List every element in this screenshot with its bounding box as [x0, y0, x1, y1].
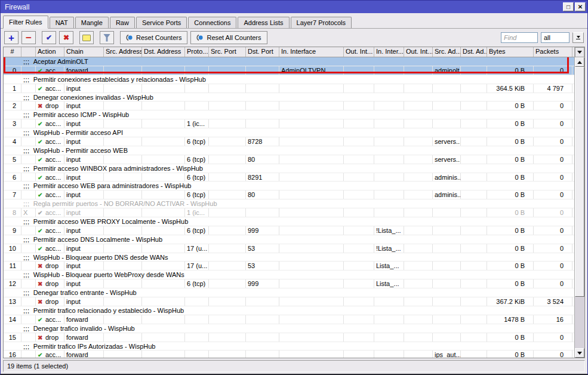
rule-row-15[interactable]: 15✖dropforward0 B0: [4, 333, 574, 342]
reset-counters-button[interactable]: Reset Counters: [120, 31, 187, 44]
cell-src_address: [104, 137, 142, 146]
cell-bytes: 0 B: [487, 173, 534, 182]
chain-filter-dropdown-button[interactable]: [572, 32, 584, 43]
cell-chain: input: [64, 119, 104, 128]
reset-all-counters-button[interactable]: Reset All Counters: [190, 31, 267, 44]
column-header-action[interactable]: Action: [36, 47, 64, 57]
column-header-dst_address[interactable]: Dst. Address: [142, 47, 185, 57]
comment-marker: ;;;: [23, 217, 30, 226]
find-input[interactable]: [501, 32, 538, 43]
scroll-down-button[interactable]: [575, 348, 584, 358]
comment-row[interactable]: ;;;Denegar trafico invalido - WispHub: [4, 324, 574, 333]
comment-row[interactable]: ;;;Regla permitir puertos - NO BORRAR/NO…: [4, 199, 574, 208]
enable-rule-button[interactable]: ✔: [42, 31, 56, 44]
cell-num: 16: [4, 351, 21, 358]
remove-rule-button[interactable]: −: [21, 31, 36, 44]
comment-row[interactable]: ;;;WispHub - Permitir acceso API: [4, 128, 574, 137]
column-header-src_port[interactable]: Src. Port: [209, 47, 246, 57]
cell-num: 0: [4, 66, 21, 75]
cell-flag: [21, 297, 36, 306]
comment-marker: ;;;: [23, 235, 30, 244]
comment-button[interactable]: [79, 31, 94, 44]
title-bar[interactable]: Firewall □ ✕: [1, 1, 587, 13]
comment-row[interactable]: ;;;Permitir acceso WEB PROXY Localmente …: [4, 217, 574, 226]
column-header-bytes[interactable]: Bytes: [487, 47, 534, 57]
comment-text: WispHub - Bloquear puerto DNS desde WANs: [33, 253, 168, 262]
comment-row[interactable]: ;;;Denegar trafico entrante - WispHub: [4, 288, 574, 297]
comment-row[interactable]: ;;;Aceptar AdminOLT: [4, 57, 574, 66]
add-rule-button[interactable]: +: [4, 31, 19, 44]
cell-src_address: [104, 119, 142, 128]
rule-row-7[interactable]: 7✔acc...input6 (tcp)80adminis...0 B0: [4, 190, 574, 199]
rule-row-9[interactable]: 9✔acc...input6 (tcp)999!Lista_...0 B0: [4, 226, 574, 235]
chain-filter-value: all: [544, 34, 550, 41]
filter-button[interactable]: [100, 31, 114, 44]
cell-packets: 0: [534, 244, 572, 253]
column-header-chain[interactable]: Chain: [64, 47, 104, 57]
rule-row-16[interactable]: 16✔acc...forwardips_aut...0 B0: [4, 351, 574, 358]
tab-layer7-protocols[interactable]: Layer7 Protocols: [291, 17, 352, 28]
cell-out_interface_list: [404, 279, 433, 288]
cell-dst_address: [142, 84, 185, 93]
comment-row[interactable]: ;;;Denegar conexiones invalidas - WispHu…: [4, 93, 574, 102]
rule-row-13[interactable]: 13✖dropinput367.2 KiB3 524: [4, 297, 574, 306]
tab-mangle[interactable]: Mangle: [75, 17, 109, 28]
column-header-in_interface_list[interactable]: In. Inter...: [374, 47, 404, 57]
comment-row[interactable]: ;;;Permitir trafico IPs Autorizadas - Wi…: [4, 342, 574, 351]
tab-nat[interactable]: NAT: [50, 17, 74, 28]
cell-proto: [185, 333, 209, 342]
column-header-dst_address_list[interactable]: Dst. Ad...: [461, 47, 487, 57]
maximize-button[interactable]: □: [563, 2, 574, 11]
close-icon: ✕: [578, 4, 583, 10]
cell-action: ✔acc...: [36, 155, 64, 164]
comment-row[interactable]: ;;;Permitir conexiones establecidas y re…: [4, 75, 574, 84]
rule-row-5[interactable]: 5✔acc...input6 (tcp)80servers...0 B0: [4, 155, 574, 164]
tab-service-ports[interactable]: Service Ports: [136, 17, 187, 28]
rule-row-2[interactable]: 2✖dropinput0 B0: [4, 102, 574, 110]
comment-marker: ;;;: [23, 253, 30, 262]
tab-address-lists[interactable]: Address Lists: [238, 17, 289, 28]
column-header-in_interface[interactable]: In. Interface: [279, 47, 344, 57]
tab-connections[interactable]: Connections: [188, 17, 236, 28]
rule-row-4[interactable]: 4✔acc...input6 (tcp)8728servers...0 B0: [4, 137, 574, 146]
disable-rule-button[interactable]: ✖: [59, 31, 73, 44]
column-header-out_interface[interactable]: Out. Int...: [344, 47, 374, 57]
comment-row[interactable]: ;;;Permitir acceso ICMP - WispHub: [4, 110, 574, 119]
chain-filter-select[interactable]: all: [541, 32, 569, 43]
rule-row-12[interactable]: 12✖dropinput6 (tcp)999Lista_...0 B0: [4, 279, 574, 288]
column-options-button[interactable]: [575, 47, 584, 57]
column-header-packets[interactable]: Packets: [534, 47, 572, 57]
column-header-flag[interactable]: [21, 47, 36, 57]
scroll-up-button[interactable]: [575, 57, 584, 67]
column-header-num[interactable]: #: [4, 47, 21, 57]
cell-src_port: [209, 244, 246, 253]
rule-row-6[interactable]: 6✔acc...input6 (tcp)8291adminis...0 B0: [4, 173, 574, 182]
column-header-out_interface_list[interactable]: Out. Int...: [404, 47, 433, 57]
scrollbar-track[interactable]: [575, 67, 584, 348]
comment-row[interactable]: ;;;Permitir trafico relacionado y establ…: [4, 306, 574, 315]
cell-in_interface: [279, 351, 344, 358]
comment-row[interactable]: ;;;Permitir acceso WINBOX para administr…: [4, 164, 574, 173]
rule-row-8[interactable]: 8X✔acc...input1 (ic...0 B0: [4, 208, 574, 217]
rule-row-11[interactable]: 11✖dropinput17 (u...53Lista_...0 B0: [4, 262, 574, 271]
rule-row-3[interactable]: 3✔acc...input1 (ic...0 B0: [4, 119, 574, 128]
tab-filter-rules[interactable]: Filter Rules: [3, 16, 48, 29]
rule-row-0[interactable]: 0✔acc...forwardAdminOLTVPNadminolt0 B0: [4, 66, 574, 75]
rule-row-1[interactable]: 1✔acc...input364.5 KiB4 797: [4, 84, 574, 93]
column-header-dst_port[interactable]: Dst. Port: [246, 47, 279, 57]
scrollbar-thumb[interactable]: [575, 67, 584, 297]
comment-row[interactable]: ;;;Permitir acceso WEB para administrado…: [4, 182, 574, 190]
comment-row[interactable]: ;;;WispHub - Permitir acceso WEB: [4, 146, 574, 155]
column-header-src_address[interactable]: Src. Address: [104, 47, 142, 57]
rule-row-14[interactable]: 14✔acc...forward1478 B16: [4, 315, 574, 324]
tab-raw[interactable]: Raw: [110, 17, 135, 28]
comment-row[interactable]: ;;;Permitir acceso DNS Localmente - Wisp…: [4, 235, 574, 244]
comment-row[interactable]: ;;;WispHub - Bloquear puerto DNS desde W…: [4, 253, 574, 262]
cell-in_interface_list: [374, 102, 404, 110]
comment-row[interactable]: ;;;WispHub - Bloquear puerto WebProxy de…: [4, 271, 574, 279]
rule-row-10[interactable]: 10✔acc...input17 (u...53!Lista_...0 B0: [4, 244, 574, 253]
close-button[interactable]: ✕: [575, 2, 586, 11]
cell-action: ✔acc...: [36, 190, 64, 199]
column-header-proto[interactable]: Proto...: [185, 47, 209, 57]
column-header-src_address_list[interactable]: Src. Ad...: [433, 47, 461, 57]
